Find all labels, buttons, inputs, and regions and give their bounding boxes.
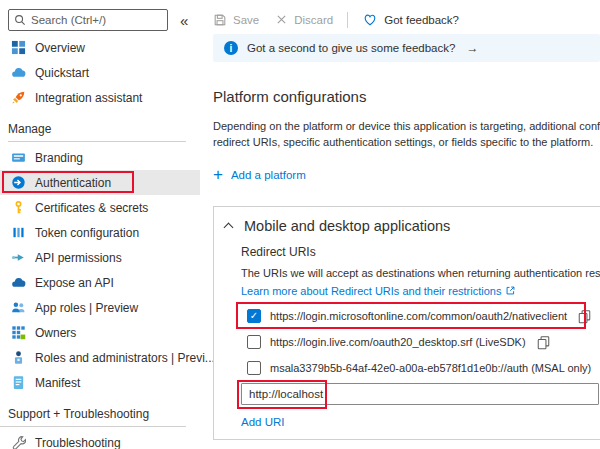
description-line: Depending on the platform or device this… <box>213 118 600 134</box>
cloud-icon <box>10 275 26 291</box>
sidebar-item-quickstart[interactable]: Quickstart <box>0 60 200 85</box>
uri-row: msala3379b5b-64af-42e0-a00a-eb578f1d1e0b… <box>241 355 600 381</box>
sidebar: « Overview Quickstart Integration assist… <box>0 0 200 449</box>
description-line: redirect URIs, specific authentication s… <box>213 134 600 150</box>
sidebar-item-label: Branding <box>35 151 83 165</box>
divider <box>8 141 186 142</box>
uri-row: ✓ https://login.microsoftonline.com/comm… <box>241 303 600 329</box>
sidebar-item-label: Authentication <box>35 176 111 190</box>
sidebar-item-label: Token configuration <box>35 226 139 240</box>
copy-icon[interactable] <box>536 335 551 350</box>
wrench-icon <box>10 435 26 449</box>
bars-icon <box>10 225 26 241</box>
grid-person-icon <box>10 325 26 341</box>
toolbar-separator <box>347 12 348 28</box>
sidebar-item-label: Quickstart <box>35 66 89 80</box>
sidebar-item-certificates-secrets[interactable]: Certificates & secrets <box>0 195 200 220</box>
heart-icon <box>362 12 378 27</box>
key-icon <box>10 200 26 216</box>
mobile-desktop-card: Mobile and desktop applications Redirect… <box>213 206 600 440</box>
arrow-dart-icon <box>10 250 26 266</box>
sidebar-item-authentication[interactable]: Authentication <box>0 170 200 195</box>
sidebar-item-manifest[interactable]: Manifest <box>0 370 200 395</box>
chevron-up-icon <box>224 223 234 233</box>
sidebar-item-label: Integration assistant <box>35 91 142 105</box>
sidebar-item-troubleshooting[interactable]: Troubleshooting <box>0 430 200 449</box>
sidebar-item-token-configuration[interactable]: Token configuration <box>0 220 200 245</box>
redirect-uris-intro: The URIs we will accept as destinations … <box>241 267 600 281</box>
group-label: Manage <box>8 122 51 136</box>
redirect-uri-input[interactable] <box>241 383 599 405</box>
sign-in-icon <box>10 175 26 191</box>
add-uri-link[interactable]: Add URI <box>241 416 284 431</box>
sidebar-item-expose-an-api[interactable]: Expose an API <box>0 270 200 295</box>
external-link-icon <box>505 285 516 296</box>
feedback-banner[interactable]: i Got a second to give us some feedback?… <box>213 34 600 62</box>
info-icon: i <box>224 41 238 55</box>
sidebar-item-label: App roles | Preview <box>35 301 138 315</box>
copy-icon[interactable] <box>577 309 592 324</box>
search-icon <box>14 14 26 26</box>
uri-checkbox-unchecked[interactable] <box>247 361 261 375</box>
save-icon <box>213 13 227 27</box>
sidebar-item-label: Owners <box>35 326 76 340</box>
page-title: Platform configurations <box>213 88 600 107</box>
sidebar-item-label: API permissions <box>35 251 122 265</box>
add-platform-button[interactable]: + Add a platform <box>213 165 306 185</box>
got-feedback-button[interactable]: Got feedback? <box>362 12 459 27</box>
uri-checkbox-unchecked[interactable] <box>247 335 261 349</box>
sidebar-search-row: « <box>0 8 200 32</box>
document-icon <box>10 375 26 391</box>
learn-more-label: Learn more about Redirect URIs and their… <box>241 285 501 297</box>
uri-value: https://login.microsoftonline.com/common… <box>270 310 567 322</box>
redirect-uri-list: ✓ https://login.microsoftonline.com/comm… <box>241 303 600 381</box>
uri-value: msala3379b5b-64af-42e0-a00a-eb578f1d1e0b… <box>270 362 591 374</box>
sidebar-item-overview[interactable]: Overview <box>0 35 200 60</box>
section-title: Mobile and desktop applications <box>244 218 450 234</box>
branding-icon <box>10 150 26 166</box>
platform-description: Depending on the platform or device this… <box>213 118 600 150</box>
sidebar-item-app-roles[interactable]: App roles | Preview <box>0 295 200 320</box>
search-box[interactable] <box>8 9 168 31</box>
sidebar-item-label: Manifest <box>35 376 80 390</box>
uri-value: https://login.live.com/oauth20_desktop.s… <box>270 336 526 348</box>
people-icon <box>10 300 26 316</box>
sidebar-item-api-permissions[interactable]: API permissions <box>0 245 200 270</box>
plus-icon: + <box>213 168 223 182</box>
add-platform-label: Add a platform <box>231 169 306 181</box>
sidebar-item-label: Overview <box>35 41 85 55</box>
sidebar-item-branding[interactable]: Branding <box>0 145 200 170</box>
redirect-uris-heading: Redirect URIs <box>241 245 600 261</box>
collapse-sidebar-button[interactable]: « <box>180 13 188 28</box>
feedback-label: Got feedback? <box>384 14 459 26</box>
command-bar: Save Discard Got feedback? <box>213 0 600 30</box>
learn-more-link[interactable]: Learn more about Redirect URIs and their… <box>241 283 516 298</box>
search-input[interactable] <box>31 14 155 26</box>
rocket-icon <box>10 90 26 106</box>
save-button[interactable]: Save <box>213 13 259 27</box>
sidebar-item-label: Certificates & secrets <box>35 201 148 215</box>
cloud-icon <box>10 65 26 81</box>
person-badge-icon <box>10 350 26 366</box>
save-label: Save <box>233 14 259 26</box>
sidebar-item-owners[interactable]: Owners <box>0 320 200 345</box>
sidebar-item-label: Troubleshooting <box>35 436 121 449</box>
sidebar-item-label: Roles and administrators | Previ... <box>35 351 215 365</box>
new-uri-row <box>241 383 600 407</box>
sidebar-item-label: Expose an API <box>35 276 114 290</box>
main-content: Save Discard Got feedback? i Got a secon… <box>213 0 600 440</box>
group-label: Support + Troubleshooting <box>8 407 149 421</box>
sidebar-group-manage: Manage <box>0 120 200 138</box>
sidebar-item-integration-assistant[interactable]: Integration assistant <box>0 85 200 110</box>
grid-icon <box>10 40 26 56</box>
sidebar-group-support: Support + Troubleshooting <box>0 405 200 423</box>
uri-row: https://login.live.com/oauth20_desktop.s… <box>241 329 600 355</box>
discard-label: Discard <box>294 14 333 26</box>
sidebar-item-roles-administrators[interactable]: Roles and administrators | Previ... <box>0 345 200 370</box>
mobile-desktop-section-header[interactable]: Mobile and desktop applications <box>225 216 600 236</box>
arrow-right-icon: → <box>466 41 478 55</box>
card-body: Redirect URIs The URIs we will accept as… <box>225 245 600 431</box>
discard-button[interactable]: Discard <box>275 13 333 26</box>
close-icon <box>275 13 288 26</box>
uri-checkbox-checked[interactable]: ✓ <box>247 309 261 323</box>
